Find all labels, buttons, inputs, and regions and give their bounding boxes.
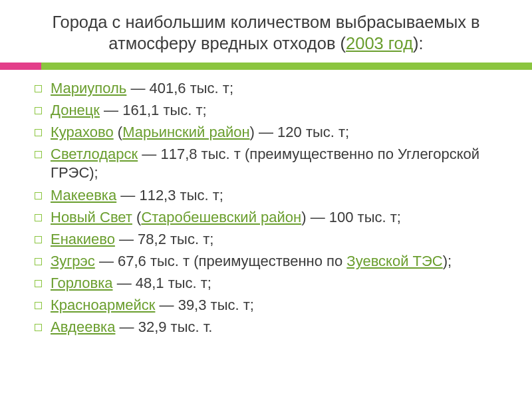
city-link[interactable]: Макеевка [51,187,116,203]
item-text: — 67,6 тыс. т (преимущественно по [95,253,347,269]
list-item: Макеевка — 112,3 тыс. т; [35,186,508,205]
title-text-post: ): [413,34,424,53]
city-link[interactable]: Старобешевский район [141,209,301,225]
item-text: — 401,6 тыс. т; [126,80,233,96]
city-link[interactable]: Новый Свет [51,209,132,225]
item-text: — 48,1 тыс. т; [113,275,211,291]
city-link[interactable]: Мариуполь [51,80,126,96]
item-text: — 32,9 тыс. т. [115,319,212,335]
list-item: Мариуполь — 401,6 тыс. т; [35,79,508,98]
city-link[interactable]: Горловка [51,275,113,291]
list-item: Енакиево — 78,2 тыс. т; [35,230,508,249]
accent-bar-pink [0,63,41,70]
item-text: — 112,3 тыс. т; [116,187,223,203]
list-item: Новый Свет (Старобешевский район) — 100 … [35,208,508,227]
city-link[interactable]: Зугрэс [51,253,95,269]
emissions-list: Мариуполь — 401,6 тыс. т;Донецк — 161,1 … [0,70,532,337]
city-link[interactable]: Светлодарск [51,146,138,162]
city-link[interactable]: Зуевской ТЭС [346,253,442,269]
city-link[interactable]: Курахово [51,124,114,140]
item-text: ) — 120 тыс. т; [250,124,350,140]
list-item: Курахово (Марьинский район) — 120 тыс. т… [35,123,508,142]
list-item: Горловка — 48,1 тыс. т; [35,274,508,293]
list-item: Донецк — 161,1 тыс. т; [35,101,508,120]
title-year-link[interactable]: 2003 год [346,34,413,53]
list-item: Зугрэс — 67,6 тыс. т (преимущественно по… [35,252,508,271]
list-item: Авдеевка — 32,9 тыс. т. [35,318,508,336]
item-text: — 39,3 тыс. т; [155,297,253,313]
city-link[interactable]: Авдеевка [51,319,115,335]
city-link[interactable]: Енакиево [51,231,115,247]
item-text: ) — 100 тыс. т; [301,209,401,225]
slide-title: Города с наибольшим количеством выбрасыв… [0,0,532,63]
item-text: ( [132,209,141,225]
item-text: ( [114,124,122,140]
item-text: — 78,2 тыс. т; [115,231,213,247]
list-item: Светлодарск — 117,8 тыс. т (преимуществе… [35,145,508,182]
item-text: — 161,1 тыс. т; [100,102,207,118]
city-link[interactable]: Красноармейск [51,297,155,313]
accent-bar [0,63,532,70]
item-text: ); [443,253,452,269]
city-link[interactable]: Донецк [51,102,100,118]
accent-bar-green [41,63,532,70]
city-link[interactable]: Марьинский район [122,124,249,140]
list-item: Красноармейск — 39,3 тыс. т; [35,296,508,315]
